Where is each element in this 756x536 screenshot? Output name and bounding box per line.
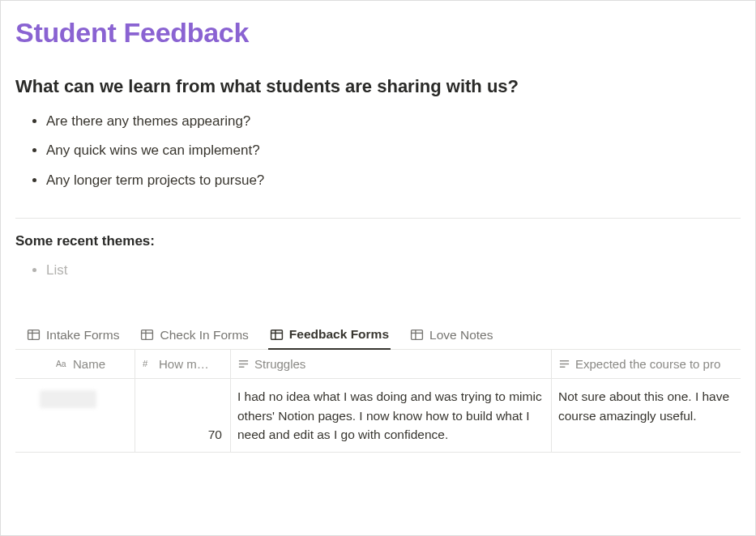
cell-expected[interactable]: Not sure about this one. I have course a… bbox=[552, 379, 741, 452]
tab-label: Intake Forms bbox=[46, 328, 119, 342]
cell-struggles[interactable]: I had no idea what I was doing and was t… bbox=[231, 379, 552, 452]
column-label: Struggles bbox=[254, 357, 305, 371]
cell-how-many[interactable]: 70 bbox=[135, 379, 231, 452]
column-header-name[interactable]: Aa Name bbox=[15, 350, 135, 378]
text-icon bbox=[558, 358, 570, 370]
svg-text:Aa: Aa bbox=[56, 360, 66, 369]
redacted-name bbox=[40, 390, 96, 408]
themes-heading: Some recent themes: bbox=[15, 233, 741, 249]
svg-rect-3 bbox=[142, 330, 153, 340]
database-table: Aa Name # How m… Struggles Expe bbox=[15, 350, 741, 453]
column-label: How m… bbox=[159, 357, 209, 371]
list-item: Any longer term projects to pursue? bbox=[46, 166, 741, 195]
main-heading: What can we learn from what students are… bbox=[15, 76, 741, 97]
column-header-struggles[interactable]: Struggles bbox=[231, 350, 552, 378]
table-header-row: Aa Name # How m… Struggles Expe bbox=[15, 350, 741, 379]
tab-feedback-forms[interactable]: Feedback Forms bbox=[268, 322, 391, 350]
title-icon: Aa bbox=[56, 358, 68, 370]
page-title: Student Feedback bbox=[15, 17, 741, 49]
number-icon: # bbox=[142, 358, 154, 370]
table-icon bbox=[140, 328, 154, 342]
svg-rect-6 bbox=[271, 330, 282, 340]
column-header-how-many[interactable]: # How m… bbox=[135, 350, 231, 378]
text-icon bbox=[237, 358, 250, 370]
table-icon bbox=[27, 328, 41, 342]
table-icon bbox=[410, 328, 424, 342]
tab-check-in-forms[interactable]: Check In Forms bbox=[139, 322, 250, 349]
tab-label: Feedback Forms bbox=[289, 327, 389, 342]
divider bbox=[15, 218, 741, 219]
svg-text:#: # bbox=[143, 359, 148, 369]
view-tabs: Intake Forms Check In Forms Feedback For… bbox=[15, 322, 741, 350]
table-row[interactable]: 70 I had no idea what I was doing and wa… bbox=[15, 379, 741, 453]
column-header-expected[interactable]: Expected the course to pro bbox=[552, 350, 741, 378]
tab-label: Love Notes bbox=[429, 328, 493, 342]
table-icon bbox=[270, 328, 284, 342]
list-item-placeholder[interactable]: List bbox=[46, 256, 741, 285]
column-label: Name bbox=[73, 357, 105, 371]
cell-name[interactable] bbox=[15, 379, 135, 452]
question-list: Are there any themes appearing? Any quic… bbox=[15, 107, 741, 195]
tab-intake-forms[interactable]: Intake Forms bbox=[25, 322, 121, 349]
themes-list[interactable]: List bbox=[15, 256, 741, 285]
svg-rect-9 bbox=[412, 330, 423, 340]
tab-label: Check In Forms bbox=[160, 328, 248, 342]
list-item: Any quick wins we can implement? bbox=[46, 136, 741, 165]
column-label: Expected the course to pro bbox=[575, 357, 720, 371]
tab-love-notes[interactable]: Love Notes bbox=[408, 322, 494, 349]
list-item: Are there any themes appearing? bbox=[46, 107, 741, 136]
